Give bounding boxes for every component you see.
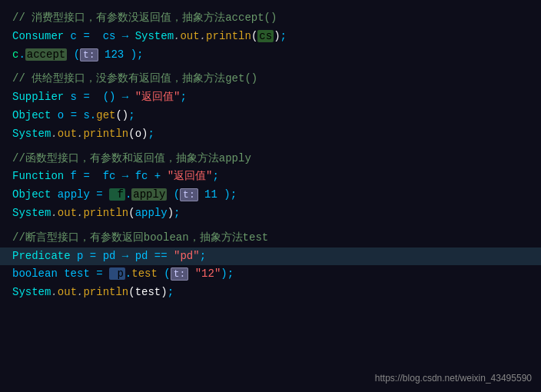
system-print-test: System.out.println(test); [12, 284, 529, 302]
footer-url: https://blog.csdn.net/weixin_43495590 [375, 370, 532, 386]
boolean-line: boolean test = p.test (t: "12"); [12, 265, 529, 284]
predicate-line: Predicate p = pd → pd == "pd"; [0, 247, 541, 266]
consumer-line: Consumer c = cs → System.out.println(cs)… [12, 28, 529, 46]
comment-3: //函数型接口，有参数和返回值，抽象方法apply [12, 150, 529, 168]
system-print-o: System.out.println(o); [12, 125, 529, 144]
object-get-line: Object o = s.get(); [12, 107, 529, 125]
function-line: Function f = fc → fc + "返回值"; [12, 168, 529, 186]
comment-4: //断言型接口，有参数返回boolean，抽象方法test [12, 229, 529, 247]
comment-1: // 消费型接口，有参数没返回值，抽象方法accept() [12, 9, 529, 28]
apply-line: Object apply = f.apply (t: 11 ); [12, 186, 529, 204]
supplier-line: Supplier s = () → "返回值"; [12, 88, 529, 107]
code-editor: // 消费型接口，有参数没返回值，抽象方法accept() Consumer c… [0, 0, 541, 392]
comment-2: // 供给型接口，没参数有返回值，抽象方法get() [12, 70, 529, 88]
accept-line: c.accept (t: 123 ); [12, 46, 529, 65]
system-print-apply: System.out.println(apply); [12, 204, 529, 223]
